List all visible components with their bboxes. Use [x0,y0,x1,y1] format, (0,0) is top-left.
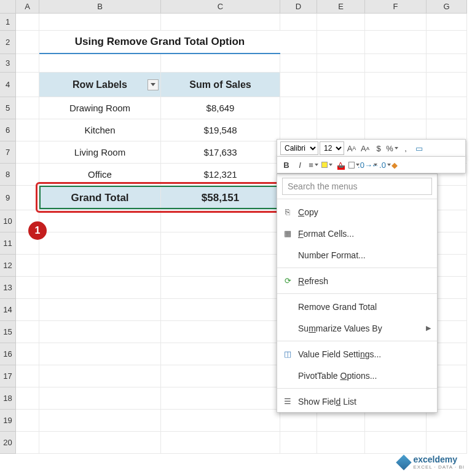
cell-D6[interactable] [280,119,317,141]
cell-B14[interactable] [39,299,161,321]
cell-E20[interactable] [317,432,365,454]
pivot-filter-button[interactable] [148,79,159,90]
cell-D1[interactable] [280,14,317,31]
cell-B4[interactable]: Row Labels [39,73,161,97]
fill-color-icon[interactable] [321,159,333,171]
cell-A13[interactable] [16,277,39,299]
format-painter-icon[interactable]: ▭ [413,142,425,154]
align-icon[interactable]: ≡ [307,159,320,171]
row-header-5[interactable]: 5 [0,97,16,119]
cell-E2[interactable] [317,31,365,54]
cell-B5[interactable]: Drawing Room [39,97,161,119]
cell-A17[interactable] [16,365,39,387]
cell-C3[interactable] [161,54,280,73]
cell-B18[interactable] [39,387,161,410]
cell-A3[interactable] [16,54,39,73]
row-header-12[interactable]: 12 [0,255,16,277]
cell-B20[interactable] [39,432,161,454]
cell-G6[interactable] [427,119,467,141]
row-header-18[interactable]: 18 [0,387,16,410]
cell-D2[interactable] [280,31,317,54]
cell-B13[interactable] [39,277,161,299]
cell-E3[interactable] [317,54,365,73]
cell-E4[interactable] [317,73,365,97]
cell-E6[interactable] [317,119,365,141]
row-header-6[interactable]: 6 [0,119,16,141]
col-header-D[interactable]: D [280,0,317,14]
font-family-select[interactable]: Calibri [280,141,318,155]
cell-B12[interactable] [39,255,161,277]
cell-G2[interactable] [427,31,467,54]
cell-D19[interactable] [280,410,317,432]
cell-E5[interactable] [317,97,365,119]
row-header-11[interactable]: 11 [0,232,16,255]
cell-B16[interactable] [39,343,161,365]
cell-A7[interactable] [16,141,39,164]
row-header-10[interactable]: 10 [0,210,16,232]
cell-C5[interactable]: $8,649 [161,97,280,119]
cell-A5[interactable] [16,97,39,119]
bold-icon[interactable]: B [280,159,293,171]
cell-A19[interactable] [16,410,39,432]
cell-G5[interactable] [427,97,467,119]
cell-B7[interactable]: Living Room [39,141,161,164]
cell-D4[interactable] [280,73,317,97]
cell-B11[interactable] [39,232,161,255]
cell-F3[interactable] [365,54,427,73]
cell-C11[interactable] [161,232,280,255]
cell-A14[interactable] [16,299,39,321]
row-header-9[interactable]: 9 [0,186,16,210]
col-header-E[interactable]: E [317,0,365,14]
col-header-A[interactable]: A [16,0,39,14]
cell-G4[interactable] [427,73,467,97]
row-header-2[interactable]: 2 [0,31,16,54]
row-header-3[interactable]: 3 [0,54,16,73]
cell-B1[interactable] [39,14,161,31]
cell-A2[interactable] [16,31,39,54]
row-header-15[interactable]: 15 [0,321,16,343]
cell-C20[interactable] [161,432,280,454]
cell-A6[interactable] [16,119,39,141]
cell-A16[interactable] [16,343,39,365]
cell-E19[interactable] [317,410,365,432]
cell-C14[interactable] [161,299,280,321]
cell-A20[interactable] [16,432,39,454]
col-header-F[interactable]: F [365,0,427,14]
cell-F5[interactable] [365,97,427,119]
comma-icon[interactable]: , [399,142,412,154]
menu-refresh[interactable]: ⟳ Refresh [277,270,437,292]
percent-icon[interactable]: % [386,142,398,154]
cell-C10[interactable] [161,210,280,232]
col-header-B[interactable]: B [39,0,161,14]
menu-remove-grand-total[interactable]: Remove Grand Total [277,296,437,317]
cell-G1[interactable] [427,14,467,31]
row-header-17[interactable]: 17 [0,365,16,387]
decrease-decimal-icon[interactable]: ←.0 [375,159,387,171]
cell-A15[interactable] [16,321,39,343]
cell-F20[interactable] [365,432,427,454]
clear-format-icon[interactable]: ◆ [388,159,401,171]
col-header-G[interactable]: G [427,0,467,14]
increase-font-icon[interactable]: AA [345,142,358,154]
row-header-19[interactable]: 19 [0,410,16,432]
cell-C6[interactable]: $19,548 [161,119,280,141]
cell-A9[interactable] [16,186,39,210]
cell-G3[interactable] [427,54,467,73]
row-header-13[interactable]: 13 [0,277,16,299]
menu-copy[interactable]: ⎘ Copy [277,201,437,223]
cell-C13[interactable] [161,277,280,299]
cell-B17[interactable] [39,365,161,387]
italic-icon[interactable]: I [294,159,306,171]
menu-pivottable-options[interactable]: PivotTable Options... [277,365,437,386]
row-header-8[interactable]: 8 [0,164,16,186]
cell-C4[interactable]: Sum of Sales [161,73,280,97]
cell-C7[interactable]: $17,633 [161,141,280,164]
cell-B15[interactable] [39,321,161,343]
row-header-16[interactable]: 16 [0,343,16,365]
cell-B19[interactable] [39,410,161,432]
row-header-20[interactable]: 20 [0,432,16,454]
menu-number-format[interactable]: Number Format... [277,244,437,266]
cell-B6[interactable]: Kitchen [39,119,161,141]
cell-A8[interactable] [16,164,39,186]
font-size-select[interactable]: 12 [320,141,344,155]
